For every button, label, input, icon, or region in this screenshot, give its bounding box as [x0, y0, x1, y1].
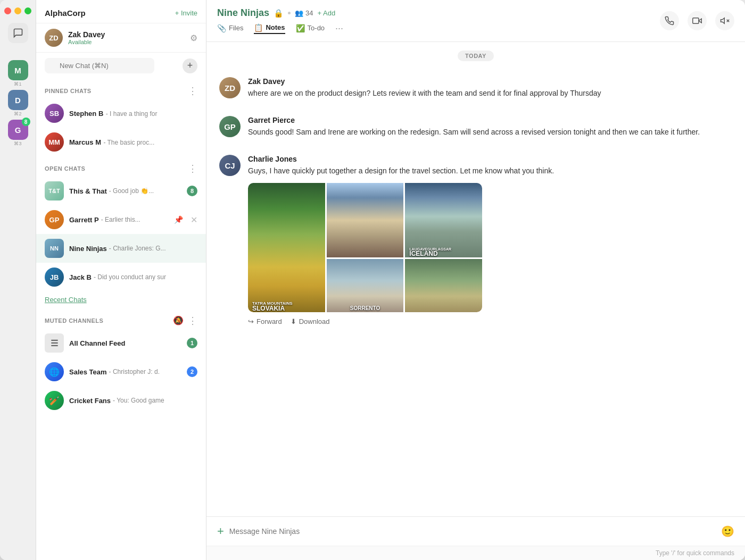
pinned-chat-marcus[interactable]: MM Marcus M - The basic proc...	[36, 128, 206, 156]
nine-ninjas-name: Nine Ninjas	[69, 245, 107, 253]
sidebar-header: AlphaCorp + Invite	[36, 0, 206, 23]
garrett-close-icon[interactable]: ✕	[191, 215, 197, 225]
search-input[interactable]	[45, 58, 154, 73]
open-chat-jack[interactable]: JB Jack B - Did you conduct any sur	[36, 263, 206, 291]
muted-cricket-fans[interactable]: 🏏 Cricket Fans - You: Good game	[36, 386, 206, 415]
chat-rail-button[interactable]	[8, 23, 28, 43]
emoji-button[interactable]: 🙂	[721, 525, 734, 538]
message-input[interactable]	[229, 527, 716, 536]
voice-call-button[interactable]	[660, 11, 679, 30]
forward-button[interactable]: ↪ Forward	[248, 317, 282, 325]
sidebar: AlphaCorp + Invite ZD Zak Davey Availabl…	[36, 0, 206, 560]
zak-message-text: where are we on the product design? Lets…	[248, 88, 732, 99]
zak-message-name: Zak Davey	[248, 77, 732, 86]
pinned-chats-more-icon[interactable]: ⋮	[188, 86, 197, 96]
message-actions: ↪ Forward ⬇ Download	[248, 317, 732, 325]
mute-button[interactable]	[715, 11, 734, 30]
messages-area: TODAY ZD Zak Davey where are we on the p…	[206, 42, 745, 516]
video-call-button[interactable]	[688, 11, 707, 30]
tab-files[interactable]: 📎 Files	[217, 24, 243, 34]
nine-ninjas-preview: - Charlie Jones: G...	[109, 245, 166, 252]
chat-tabs: 📎 Files 📋 Notes ✅ To-do ···	[217, 23, 343, 34]
user-profile-row: ZD Zak Davey Available ⚙	[36, 23, 206, 53]
chat-title-row: Nine Ninjas 🔒 👥 34 + Add	[217, 7, 343, 19]
workspace-m-item[interactable]: M ⌘1	[8, 60, 28, 87]
marcus-name: Marcus M - The basic proc...	[69, 137, 197, 147]
sales-team-name-row: Sales Team - Christopher J: d.	[69, 368, 181, 376]
garret-message-avatar: GP	[219, 116, 241, 137]
open-chat-garrett[interactable]: GP Garrett P - Earlier this... 📌 ✕	[36, 205, 206, 234]
recent-chats-link[interactable]: Recent Chats	[36, 291, 206, 308]
workspace-d-button[interactable]: D	[8, 90, 28, 110]
member-count-number: 34	[305, 9, 313, 17]
collage-cell-1: TATRA MOUNTAINS SLOVAKIA	[248, 183, 325, 312]
settings-icon[interactable]: ⚙	[190, 33, 197, 43]
cell1-big-label: SLOVAKIA	[252, 305, 285, 312]
open-chat-this-that[interactable]: T&T This & That - Good job 👏... 8	[36, 177, 206, 205]
sales-team-name: Sales Team	[69, 368, 107, 376]
muted-more-icon[interactable]: ⋮	[188, 316, 197, 325]
muted-notification-icon[interactable]: 🔕	[173, 315, 184, 325]
app-body: M ⌘1 D ⌘2 G 8 ⌘3 AlphaCorp + Invite	[0, 0, 745, 560]
garret-message-body: Garret Pierce Sounds good! Sam and Irene…	[248, 116, 732, 138]
stephen-name-text: Stephen B	[69, 110, 103, 118]
all-channel-name: All Channel Feed	[69, 339, 125, 347]
workspace-g-item[interactable]: G 8 ⌘3	[8, 120, 28, 146]
cricket-fans-preview: - You: Good game	[113, 397, 164, 404]
marcus-avatar: MM	[45, 132, 64, 152]
new-chat-button[interactable]: +	[183, 58, 197, 73]
add-member-button[interactable]: + Add	[318, 9, 336, 17]
member-count: 👥 34	[295, 9, 313, 17]
charlie-message-body: Charlie Jones Guys, I have quickly put t…	[248, 155, 732, 325]
lock-icon: 🔒	[274, 9, 284, 18]
maximize-traffic-light[interactable]	[24, 7, 31, 14]
this-that-name-row: This & That - Good job 👏...	[69, 187, 181, 195]
forward-icon: ↪	[248, 317, 254, 325]
add-message-icon[interactable]: +	[217, 524, 224, 538]
cricket-fans-content: Cricket Fans - You: Good game	[69, 397, 197, 405]
files-tab-label: Files	[229, 24, 243, 32]
collage-cell-3: LAUGAVEGURLAGSAR ICELAND	[405, 183, 482, 257]
this-that-preview: - Good job 👏...	[109, 187, 154, 195]
this-that-content: This & That - Good job 👏...	[69, 187, 181, 195]
main-chat-area: Nine Ninjas 🔒 👥 34 + Add 📎 Files	[206, 0, 745, 560]
svg-marker-2	[721, 18, 725, 24]
close-traffic-light[interactable]	[4, 7, 11, 14]
nine-ninjas-avatar: NN	[45, 239, 64, 258]
open-chat-nine-ninjas[interactable]: NN Nine Ninjas - Charlie Jones: G...	[36, 234, 206, 263]
workspace-d-item[interactable]: D ⌘2	[8, 90, 28, 116]
tabs-more-button[interactable]: ···	[335, 23, 343, 34]
minimize-traffic-light[interactable]	[14, 7, 21, 14]
message-1: ZD Zak Davey where are we on the product…	[206, 69, 745, 107]
open-chats-more-icon[interactable]: ⋮	[188, 164, 197, 173]
svg-rect-1	[693, 18, 699, 24]
message-2: GP Garret Pierce Sounds good! Sam and Ir…	[206, 107, 745, 146]
svg-marker-0	[699, 19, 701, 23]
download-button[interactable]: ⬇ Download	[291, 317, 330, 325]
rail-chat-icon[interactable]	[8, 23, 28, 43]
garrett-content: Garrett P - Earlier this...	[69, 216, 169, 224]
garrett-pin-icon: 📌	[174, 215, 183, 224]
marcus-preview: - The basic proc...	[103, 139, 154, 146]
invite-button[interactable]: + Invite	[175, 9, 197, 17]
window-traffic-lights	[4, 7, 31, 14]
tab-todo[interactable]: ✅ To-do	[296, 24, 325, 34]
this-that-badge: 8	[187, 186, 197, 196]
chat-name: Nine Ninjas	[217, 7, 269, 19]
pinned-chat-stephen[interactable]: SB Stephen B - I have a thing for	[36, 99, 206, 128]
collage-cell-5	[405, 259, 482, 312]
message-image-collage: TATRA MOUNTAINS SLOVAKIA	[248, 183, 482, 312]
garrett-name-row: Garrett P - Earlier this...	[69, 216, 169, 224]
download-label: Download	[299, 317, 330, 325]
download-icon: ⬇	[291, 317, 296, 325]
workspace-d-label: ⌘2	[14, 111, 21, 116]
muted-all-channel[interactable]: ☰ All Channel Feed 1	[36, 329, 206, 357]
sidebar-scroll: PINNED CHATS ⋮ SB Stephen B - I have a t…	[36, 79, 206, 560]
muted-sales-team[interactable]: 🌐 Sales Team - Christopher J: d. 2	[36, 357, 206, 386]
workspace-m-button[interactable]: M	[8, 60, 28, 80]
app-window: M ⌘1 D ⌘2 G 8 ⌘3 AlphaCorp + Invite	[0, 0, 745, 560]
user-avatar-initials: ZD	[49, 34, 58, 42]
workspace-g-button[interactable]: G 8	[8, 120, 28, 140]
tab-notes[interactable]: 📋 Notes	[254, 23, 285, 34]
this-that-name: This & That	[69, 187, 107, 195]
